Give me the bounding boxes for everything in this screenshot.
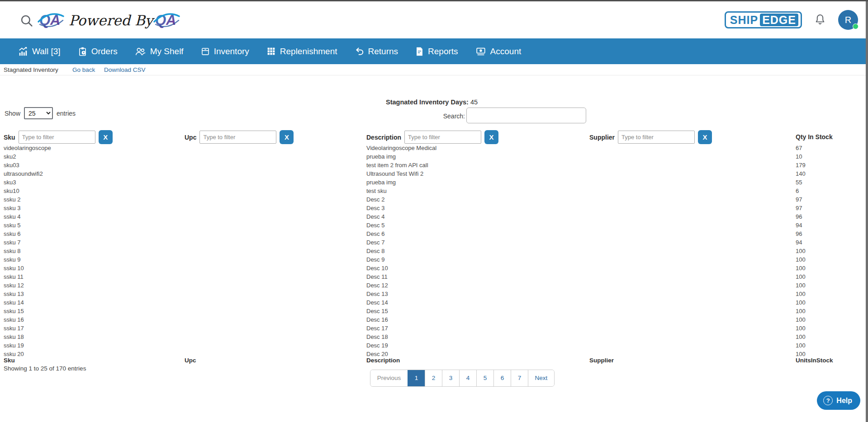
- stagnated-days-value: 45: [470, 98, 478, 106]
- column-header-upc: Upc: [185, 134, 196, 141]
- nav-item-reports[interactable]: Reports: [415, 47, 458, 56]
- page-7-button[interactable]: 7: [511, 370, 528, 386]
- table-row[interactable]: ssku 11 Desc 11 100: [0, 272, 868, 281]
- entries-label: entries: [57, 110, 76, 117]
- next-page-button[interactable]: Next: [528, 370, 554, 386]
- cell-qty: 10: [796, 152, 802, 161]
- cell-sku: ssku 7: [4, 238, 21, 247]
- cell-description: Desc 15: [366, 307, 388, 315]
- notifications-bell-icon[interactable]: [814, 13, 826, 27]
- supplier-filter-input[interactable]: [618, 131, 695, 144]
- page-1-button[interactable]: 1: [408, 370, 425, 386]
- cell-description: Desc 10: [366, 264, 388, 272]
- description-filter-input[interactable]: [404, 131, 481, 144]
- sku-filter-clear-button[interactable]: X: [99, 130, 113, 144]
- table-row[interactable]: ssku 8 Desc 8 100: [0, 247, 868, 255]
- nav-item-returns[interactable]: Returns: [355, 47, 398, 56]
- cell-description: Desc 16: [366, 315, 388, 324]
- table-row[interactable]: ssku 18 Desc 18 100: [0, 333, 868, 341]
- table-row[interactable]: ssku 6 Desc 6 96: [0, 230, 868, 238]
- nav-item-inventory[interactable]: Inventory: [201, 47, 249, 56]
- table-row[interactable]: sku10 test sku 6: [0, 187, 868, 195]
- cell-qty: 100: [796, 281, 806, 290]
- cell-qty: 100: [796, 272, 806, 281]
- cell-sku: ssku 8: [4, 247, 21, 255]
- page-6-button[interactable]: 6: [493, 370, 511, 386]
- document-icon: [415, 47, 424, 56]
- upc-filter-input[interactable]: [199, 131, 276, 144]
- sku-filter-input[interactable]: [19, 131, 95, 144]
- cell-qty: 97: [796, 204, 802, 212]
- page-5-button[interactable]: 5: [476, 370, 493, 386]
- shipedge-logo-ship: SHIP: [730, 14, 758, 27]
- cell-qty: 100: [796, 333, 806, 341]
- go-back-link[interactable]: Go back: [72, 66, 95, 73]
- search-icon[interactable]: [19, 13, 34, 28]
- nav-item-label: Reports: [428, 47, 458, 56]
- cell-qty: 100: [796, 255, 806, 264]
- help-button[interactable]: ? Help: [817, 391, 860, 410]
- cell-sku: sku2: [4, 152, 16, 161]
- cell-qty: 100: [796, 290, 806, 298]
- table-row[interactable]: ssku 14 Desc 14 100: [0, 298, 868, 307]
- page-title: Stagnated Inventory: [4, 66, 58, 73]
- table-row[interactable]: ssku 2 Desc 2 97: [0, 195, 868, 204]
- nav-item-label: Inventory: [214, 47, 249, 56]
- table-row[interactable]: ultrasoundwifi2 Ultrasound Test Wifi 2 1…: [0, 169, 868, 178]
- nav-item-orders[interactable]: Orders: [78, 47, 118, 56]
- user-avatar[interactable]: R: [838, 10, 858, 30]
- page-3-button[interactable]: 3: [442, 370, 459, 386]
- nav-item-label: Wall [3]: [32, 47, 61, 56]
- table-row[interactable]: ssku 3 Desc 3 97: [0, 204, 868, 212]
- nav-item-wall[interactable]: Wall [3]: [18, 47, 61, 56]
- nav-item-label: Replenishment: [280, 47, 337, 56]
- table-row[interactable]: ssku 13 Desc 13 100: [0, 290, 868, 298]
- table-row[interactable]: ssku 17 Desc 17 100: [0, 324, 868, 333]
- nav-item-replenishment[interactable]: Replenishment: [266, 47, 337, 56]
- table-footer-header: Sku Upc Description Supplier UnitsInStoc…: [0, 356, 868, 365]
- cell-description: Videolaringoscope Medical: [366, 144, 436, 152]
- upc-filter-clear-button[interactable]: X: [280, 130, 294, 144]
- table-row[interactable]: ssku 4 Desc 4 96: [0, 212, 868, 221]
- table-search-input[interactable]: [466, 108, 586, 123]
- table-row[interactable]: sku2 prueba img 10: [0, 152, 868, 161]
- table-row[interactable]: sku3 prueba img 55: [0, 178, 868, 187]
- previous-page-button[interactable]: Previous: [370, 370, 408, 386]
- table-row[interactable]: sku03 test item 2 from API call 179: [0, 161, 868, 169]
- column-header-qty-in-stock: Qty In Stock: [796, 133, 833, 141]
- download-csv-link[interactable]: Download CSV: [104, 66, 146, 73]
- table-row[interactable]: ssku 10 Desc 10 100: [0, 264, 868, 272]
- page-size-control: Show 25 entries: [5, 107, 76, 119]
- question-mark-icon: ?: [823, 396, 833, 405]
- cell-description: Desc 4: [366, 212, 384, 221]
- page-scrollbar[interactable]: [866, 1, 868, 422]
- nav-item-my-shelf[interactable]: My Shelf: [135, 47, 184, 56]
- cell-description: Desc 7: [366, 238, 384, 247]
- table-row[interactable]: ssku 15 Desc 15 100: [0, 307, 868, 315]
- cell-description: Desc 11: [366, 272, 388, 281]
- table-row[interactable]: ssku 12 Desc 12 100: [0, 281, 868, 290]
- nav-item-label: My Shelf: [150, 47, 184, 56]
- cell-sku: sku10: [4, 187, 19, 195]
- table-row[interactable]: ssku 9 Desc 9 100: [0, 255, 868, 264]
- description-filter-clear-button[interactable]: X: [484, 130, 498, 144]
- cell-sku: ssku 9: [4, 255, 21, 264]
- cell-qty: 100: [796, 315, 806, 324]
- supplier-filter-clear-button[interactable]: X: [698, 130, 712, 144]
- nav-item-account[interactable]: Account: [475, 47, 522, 56]
- avatar-initial: R: [845, 15, 851, 25]
- stagnated-days-label: Stagnated Inventory Days:: [386, 98, 469, 106]
- table-row[interactable]: ssku 7 Desc 7 94: [0, 238, 868, 247]
- column-header-description: Description: [366, 134, 401, 141]
- cell-qty: 140: [796, 169, 806, 178]
- nav-item-label: Orders: [91, 47, 118, 56]
- page-size-select[interactable]: 25: [24, 107, 53, 119]
- table-row[interactable]: ssku 19 Desc 19 100: [0, 341, 868, 350]
- table-row[interactable]: ssku 5 Desc 5 94: [0, 221, 868, 230]
- cell-sku: ssku 3: [4, 204, 21, 212]
- cell-sku: ssku 17: [4, 324, 24, 333]
- page-4-button[interactable]: 4: [459, 370, 476, 386]
- table-row[interactable]: videolaringoscope Videolaringoscope Medi…: [0, 144, 868, 152]
- table-row[interactable]: ssku 16 Desc 16 100: [0, 315, 868, 324]
- page-2-button[interactable]: 2: [425, 370, 442, 386]
